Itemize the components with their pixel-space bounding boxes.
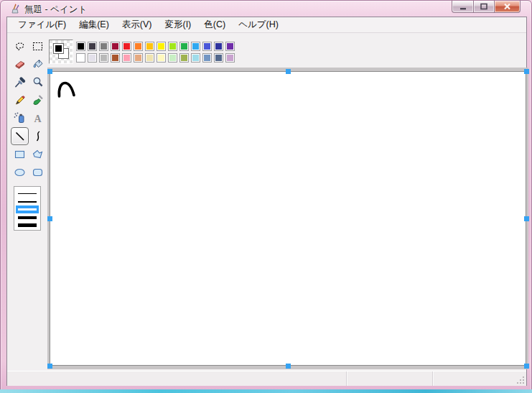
color-swatch[interactable] (190, 40, 201, 52)
tool-curve-button[interactable] (29, 127, 47, 145)
status-bar (7, 371, 526, 386)
menu-item-file[interactable]: ファイル(F) (11, 17, 73, 33)
status-pane-size (432, 371, 526, 386)
paint-canvas[interactable] (50, 71, 526, 366)
tool-magnifier-button[interactable] (29, 73, 47, 91)
color-swatch[interactable] (109, 52, 121, 63)
palette-row-1 (75, 40, 235, 52)
canvas-resize-handle-top-right[interactable] (524, 69, 529, 74)
color-swatch[interactable] (98, 52, 109, 63)
ellipse-icon (13, 165, 27, 179)
tool-select-button[interactable] (29, 37, 47, 55)
svg-text:A: A (34, 114, 42, 124)
color-swatch[interactable] (167, 52, 178, 63)
tool-text-button[interactable]: A (29, 109, 47, 127)
menu-item-colors[interactable]: 色(C) (197, 17, 232, 33)
color-palette (75, 40, 235, 63)
color-swatch[interactable] (178, 52, 190, 63)
menu-bar: ファイル(F) 編集(E) 表示(V) 変形(I) 色(C) ヘルプ(H) (7, 17, 526, 33)
eraser-icon (13, 57, 27, 71)
line-width-option[interactable] (16, 213, 39, 221)
color-swatch[interactable] (132, 40, 144, 52)
canvas-resize-handle-middle-left[interactable] (47, 216, 52, 221)
tool-airbrush-button[interactable] (11, 109, 29, 127)
fill-with-color-icon (31, 57, 45, 71)
color-swatch[interactable] (224, 52, 235, 63)
color-swatch[interactable] (109, 40, 121, 52)
canvas-resize-handle-middle-right[interactable] (524, 216, 529, 221)
drawn-curve-path (59, 83, 74, 97)
color-swatch[interactable] (121, 52, 132, 63)
canvas-resize-handle-bottom-right[interactable] (524, 364, 529, 369)
line-width-option[interactable] (16, 198, 39, 205)
color-swatch[interactable] (201, 40, 213, 52)
color-swatch[interactable] (144, 52, 155, 63)
tool-rectangle-button[interactable] (11, 145, 29, 163)
resize-grip-icon[interactable] (516, 376, 525, 384)
color-swatch[interactable] (155, 40, 167, 52)
canvas-resize-handle-bottom-center[interactable] (286, 364, 291, 369)
canvas-resize-handle-top-left[interactable] (47, 69, 52, 74)
canvas-workspace (47, 68, 528, 369)
color-swatch[interactable] (86, 52, 98, 63)
title-bar[interactable]: 無題 - ペイント (1, 1, 532, 17)
menu-item-image[interactable]: 変形(I) (158, 17, 197, 33)
tool-eraser-button[interactable] (11, 55, 29, 73)
tool-pencil-button[interactable] (11, 91, 29, 109)
color-swatch[interactable] (144, 40, 155, 52)
canvas-resize-handle-top-center[interactable] (286, 69, 291, 74)
desktop-edge-strip (0, 389, 532, 393)
tool-line-button[interactable] (11, 127, 29, 145)
rounded-rectangle-icon (31, 165, 45, 179)
tool-pick-color-button[interactable] (11, 73, 29, 91)
tool-free-form-select-button[interactable] (11, 37, 29, 55)
close-icon (503, 3, 511, 10)
polygon-icon (31, 147, 45, 161)
menu-item-view[interactable]: 表示(V) (116, 17, 159, 33)
canvas-resize-handle-bottom-left[interactable] (47, 364, 52, 369)
curve-icon (31, 129, 45, 143)
select-icon (31, 40, 45, 53)
line-width-option[interactable] (16, 221, 39, 229)
color-swatch[interactable] (155, 52, 167, 63)
color-swatch[interactable] (75, 52, 86, 63)
tool-fill-with-color-button[interactable] (29, 55, 47, 73)
color-swatch[interactable] (201, 52, 213, 63)
close-button[interactable] (495, 1, 521, 13)
maximize-button[interactable] (473, 1, 495, 13)
tool-polygon-button[interactable] (29, 145, 47, 163)
menu-item-help[interactable]: ヘルプ(H) (232, 17, 285, 33)
line-icon (13, 129, 27, 143)
paint-window: 無題 - ペイント ファイル(F) 編集(E) 表示(V) 変形(I) 色(C)… (0, 0, 532, 393)
color-swatch[interactable] (190, 52, 201, 63)
minimize-icon (459, 4, 467, 10)
client-area: ファイル(F) 編集(E) 表示(V) 変形(I) 色(C) ヘルプ(H) (6, 17, 527, 386)
color-swatch[interactable] (213, 40, 224, 52)
tool-rounded-rectangle-button[interactable] (29, 163, 47, 181)
color-swatch[interactable] (98, 40, 109, 52)
line-width-option[interactable] (16, 190, 39, 198)
window-controls (452, 1, 521, 13)
color-swatch[interactable] (132, 52, 144, 63)
pick-color-icon (13, 75, 27, 89)
maximize-icon (480, 3, 488, 10)
line-width-option[interactable] (16, 205, 39, 213)
text-icon: A (31, 111, 45, 125)
palette-row-2 (75, 52, 235, 63)
minimize-button[interactable] (452, 1, 473, 13)
color-swatch[interactable] (86, 40, 98, 52)
color-swatch[interactable] (167, 40, 178, 52)
free-form-select-icon (13, 40, 27, 53)
menu-item-edit[interactable]: 編集(E) (73, 17, 116, 33)
brush-icon (31, 93, 45, 107)
magnifier-icon (31, 75, 45, 89)
line-width-selector (14, 186, 41, 231)
color-swatch[interactable] (213, 52, 224, 63)
foreground-color-swatch (53, 43, 64, 54)
color-swatch[interactable] (121, 40, 132, 52)
tool-ellipse-button[interactable] (11, 163, 29, 181)
color-swatch[interactable] (224, 40, 235, 52)
color-swatch[interactable] (75, 40, 86, 52)
tool-brush-button[interactable] (29, 91, 47, 109)
color-swatch[interactable] (178, 40, 190, 52)
